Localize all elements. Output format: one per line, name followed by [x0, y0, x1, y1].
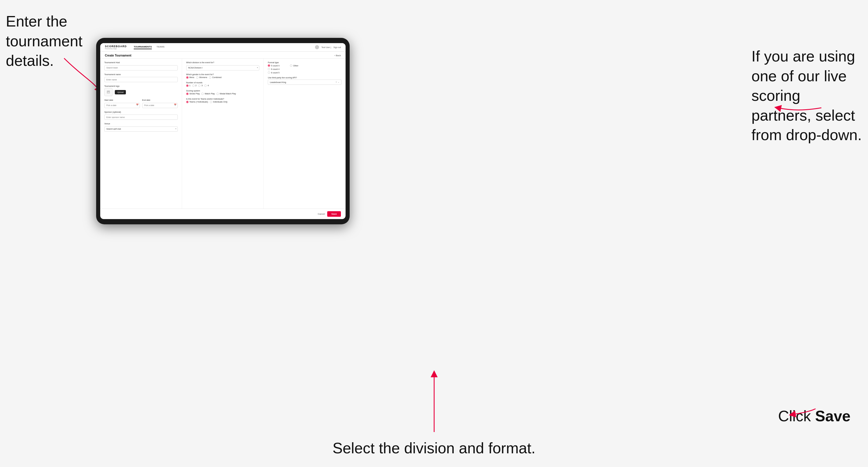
- teams-teams[interactable]: Teams (+Individuals): [186, 101, 208, 103]
- start-date-label: Start date: [104, 99, 140, 101]
- format-row-2: 6 count 4: [268, 68, 341, 70]
- tag-remove-icon[interactable]: ×: [336, 81, 337, 83]
- annotation-bottom-center: Select the division and format.: [333, 438, 535, 458]
- radio-dot-6count4: [268, 68, 270, 70]
- format-5count4[interactable]: 5 count 4: [268, 64, 288, 67]
- rounds-3-label: 3: [202, 85, 203, 87]
- gender-mens[interactable]: Mens: [186, 76, 194, 79]
- radio-dot-3: [198, 85, 200, 87]
- logo-upload-area: Upload: [104, 88, 178, 96]
- gender-womens[interactable]: Womens: [196, 76, 208, 79]
- end-date-wrapper: 📅: [142, 102, 178, 108]
- teams-group: Is this event for Teams and/or Individua…: [186, 98, 259, 103]
- logo-title: SCOREBOARD: [105, 45, 127, 48]
- end-date-input[interactable]: [142, 103, 178, 108]
- nav-bar: SCOREBOARD Powered by Clippi TOURNAMENTS…: [100, 43, 346, 52]
- scoring-stroke[interactable]: Stroke Play: [186, 93, 200, 95]
- calendar-icon: 📅: [136, 104, 139, 106]
- teams-individuals[interactable]: Individuals Only: [210, 101, 227, 103]
- division-select[interactable]: NCAA Division I: [186, 65, 259, 70]
- annotation-bottom-right: Click Save: [778, 406, 850, 426]
- format-6count5[interactable]: 6 count 5: [268, 71, 288, 74]
- radio-dot-individuals: [210, 101, 212, 103]
- avatar: [315, 45, 319, 49]
- nav-links: TOURNAMENTS TEAMS: [134, 45, 315, 49]
- start-date-group: Start date 📅: [104, 99, 140, 108]
- bottom-right-prefix: Click: [778, 408, 815, 425]
- scoring-group: Scoring system Stroke Play Match Play: [186, 90, 259, 95]
- rounds-label: Number of rounds: [186, 82, 259, 84]
- division-select-wrapper: NCAA Division I: [186, 64, 259, 70]
- start-date-wrapper: 📅: [104, 102, 140, 108]
- venue-select-wrapper: Search golf club: [104, 126, 178, 132]
- radio-dot-stroke: [186, 93, 188, 95]
- radio-dot-4: [204, 85, 207, 87]
- radio-dot-5count4: [268, 64, 270, 67]
- format-6count4-label: 6 count 4: [271, 68, 279, 70]
- rounds-1[interactable]: 1: [186, 85, 191, 87]
- rounds-4-label: 4: [208, 85, 209, 87]
- tournament-name-label: Tournament name: [104, 73, 178, 75]
- radio-dot-1: [186, 85, 188, 87]
- scoring-radio-group: Stroke Play Match Play Medal Match Play: [186, 93, 259, 95]
- live-scoring-group: Use third-party live scoring API? Leader…: [268, 76, 341, 85]
- live-scoring-label: Use third-party live scoring API?: [268, 76, 341, 79]
- dates-group: Start date 📅 End date 📅: [104, 99, 178, 108]
- tournament-host-group: Tournament Host: [104, 61, 178, 70]
- cancel-button[interactable]: Cancel: [318, 213, 325, 215]
- teams-teams-label: Teams (+Individuals): [189, 101, 208, 103]
- tournament-logo-label: Tournament logo: [104, 85, 178, 87]
- tournament-host-input[interactable]: [104, 65, 178, 70]
- scoring-medal-label: Medal Match Play: [220, 93, 236, 95]
- radio-dot-match: [202, 93, 204, 95]
- form-area: Tournament Host Tournament name Tourname…: [100, 59, 346, 209]
- page-title: Create Tournament: [105, 54, 131, 57]
- rounds-4[interactable]: 4: [204, 85, 209, 87]
- logo-sub: Powered by Clippi: [105, 48, 127, 50]
- venue-select[interactable]: Search golf club: [104, 126, 178, 132]
- annotation-top-right: If you are using one of our live scoring…: [751, 46, 862, 145]
- radio-dot-teams: [186, 101, 188, 103]
- format-row-1: 5 count 4 Other: [268, 64, 341, 67]
- format-options: 5 count 4 Other 6 count 4: [268, 64, 341, 74]
- nav-link-tournaments[interactable]: TOURNAMENTS: [134, 45, 152, 49]
- venue-label: Venue: [104, 123, 178, 125]
- teams-individuals-label: Individuals Only: [213, 101, 227, 103]
- chevron-down-icon[interactable]: ⌄: [338, 81, 339, 83]
- gender-label: Which gender is the event for?: [186, 73, 259, 75]
- date-row: Start date 📅 End date 📅: [104, 99, 178, 108]
- gender-mens-label: Mens: [189, 76, 194, 79]
- sign-out-link[interactable]: Sign out: [333, 46, 341, 49]
- live-scoring-input[interactable]: Leaderboard King × ⌄: [268, 80, 341, 85]
- form-column-2: Which division is the event for? NCAA Di…: [182, 59, 264, 209]
- bottom-right-bold: Save: [815, 408, 850, 425]
- nav-link-teams[interactable]: TEAMS: [156, 45, 165, 49]
- rounds-2[interactable]: 2: [192, 85, 197, 87]
- rounds-3[interactable]: 3: [198, 85, 203, 87]
- format-other[interactable]: Other: [290, 64, 310, 67]
- sponsor-label: Sponsor (optional): [104, 111, 178, 113]
- calendar-icon-end: 📅: [174, 104, 177, 106]
- save-button[interactable]: Save: [327, 211, 341, 217]
- end-date-group: End date 📅: [142, 99, 178, 108]
- scoring-medal[interactable]: Medal Match Play: [216, 93, 236, 95]
- rounds-group: Number of rounds 1 2 3: [186, 82, 259, 87]
- format-6count4[interactable]: 6 count 4: [268, 68, 288, 70]
- tournament-name-input[interactable]: [104, 77, 178, 82]
- back-button[interactable]: ‹ Back: [334, 54, 341, 57]
- start-date-input[interactable]: [104, 103, 140, 108]
- tournament-host-label: Tournament Host: [104, 61, 178, 63]
- radio-dot-combined: [209, 76, 211, 79]
- format-5count4-label: 5 count 4: [271, 65, 279, 67]
- upload-button[interactable]: Upload: [115, 90, 126, 94]
- tablet-screen: SCOREBOARD Powered by Clippi TOURNAMENTS…: [100, 43, 346, 219]
- live-scoring-value: Leaderboard King: [270, 81, 286, 83]
- scoring-match[interactable]: Match Play: [202, 93, 215, 95]
- format-type-group: Format type 5 count 4 Other: [268, 61, 341, 74]
- tag-actions: × ⌄: [336, 81, 339, 83]
- radio-dot-womens: [196, 76, 198, 79]
- nav-user: Test User |: [321, 46, 331, 49]
- division-group: Which division is the event for? NCAA Di…: [186, 61, 259, 70]
- gender-combined[interactable]: Combined: [209, 76, 221, 79]
- sponsor-input[interactable]: [104, 115, 178, 120]
